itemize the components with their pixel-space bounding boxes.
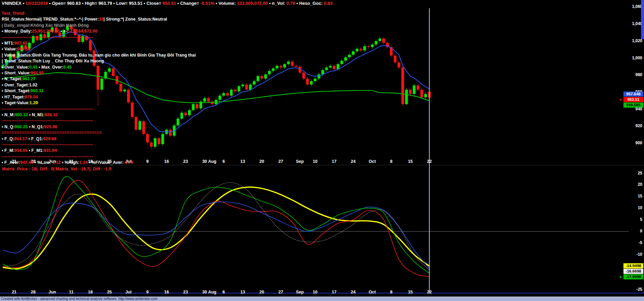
trend-info-segment: ----------------------------------------…: [2, 142, 93, 147]
trend-info-line: • Short_Value:964.95: [2, 70, 196, 76]
candle-body: [379, 38, 381, 41]
candle-body: [382, 38, 385, 43]
trend-info-segment: • Short_Taget:: [2, 88, 30, 93]
candle-body: [268, 71, 271, 74]
candle-body: [405, 90, 408, 104]
trend-info-segment: 925.86: [44, 124, 57, 129]
y-axis-label: 900: [635, 141, 642, 145]
x-axis-label: 13: [240, 159, 245, 164]
trend-info-line: • F_Q:954.17 • F_Q1:929.68: [2, 136, 196, 142]
x-axis-label: 16: [164, 290, 169, 294]
x-axis-label: 28: [31, 290, 36, 294]
trend-info-line: • Value:949.58: [2, 46, 196, 52]
quote-info-segment: • Open= 960.63 • High= 963.79 • Low= 953…: [48, 1, 163, 6]
oscillator-tag: -14.9498: [623, 263, 643, 268]
trend-info-line: ----------------------------------------…: [2, 142, 196, 148]
trend-info-segment: • N_M:: [2, 112, 15, 117]
trend-info-segment: 960.32: [30, 88, 44, 93]
candle-body: [394, 56, 396, 62]
trend-info-segment: • N_Q:: [2, 124, 15, 129]
candle-body: [363, 46, 366, 50]
price-tag: 953.51: [623, 97, 643, 102]
trend-info-segment: -1.12: [51, 160, 61, 165]
trend-info-segment: ========================================: [2, 130, 102, 135]
candle-body: [401, 68, 404, 104]
y-axis-label: -10: [636, 252, 642, 257]
candle-body: [314, 79, 317, 81]
trend-info-segment: 928.10: [45, 112, 58, 117]
trend-info-segment: 1.02: [29, 83, 37, 87]
candle-body: [337, 64, 339, 69]
x-axis-label: 10: [313, 159, 318, 164]
trend-info-line: | Daily_singal:Không Xác Nhận Hành Động: [2, 23, 196, 28]
y-axis-label: 920: [635, 123, 642, 128]
matrix-info-line: Matrix_Price :-18| Diff : 0| Matrix_Vol …: [2, 167, 111, 171]
trend-info-segment: • N_Taget:: [2, 76, 22, 81]
trend-info-segment: ----------------------------------------…: [2, 154, 93, 159]
x-axis-label: 17: [332, 290, 336, 294]
trend-info-segment: ----------------------------------------…: [2, 107, 93, 111]
y-axis-label: 20: [638, 182, 642, 187]
x-axis-label: Jul: [125, 290, 132, 294]
trend-info-segment: 950.25: [15, 124, 28, 129]
x-axis-label: 17: [332, 159, 336, 164]
candle-body: [203, 98, 206, 101]
trend-info-segment: • N_M1:: [28, 112, 45, 117]
candle-body: [257, 76, 259, 81]
candle-body: [310, 81, 313, 85]
quote-info-segment: • Heso_Goc:: [295, 1, 324, 6]
matrix-yellow-line: [3, 187, 429, 269]
x-axis-label: 24: [351, 290, 356, 294]
x-axis-label: 6: [222, 159, 225, 164]
trend-info-segment: RSI_Status:Normal| TREND_Status:*--*-| P…: [2, 17, 99, 22]
y-axis-label: 1,000: [632, 56, 642, 60]
y-axis-label: 1,040: [632, 21, 642, 26]
trend-info-segment: -21,164,672.00: [69, 29, 97, 34]
quote-info-segment: 133,005,072.00: [237, 1, 268, 6]
x-axis-label: 21: [12, 290, 16, 294]
trend-info-segment: 978.04: [25, 95, 38, 99]
trend-info-segment: 929.68: [43, 136, 56, 141]
trend-info-segment: • Over_Value:: [2, 65, 29, 70]
candle-body: [424, 94, 427, 97]
candle-body: [398, 62, 400, 68]
trend-info-line: • N_Q:950.25 • N_Q1:925.86: [2, 124, 196, 130]
quote-info-segment: -0.51%: [200, 1, 214, 6]
candle-body: [207, 98, 210, 101]
y-axis-label: -5: [639, 240, 642, 245]
trend-info-segment: ----------------------------------------…: [2, 118, 93, 123]
y-axis-label: 5: [640, 217, 642, 222]
x-axis-label: 30: [202, 290, 207, 294]
trend-info-line: • N_Taget:963.27: [2, 76, 196, 82]
candle-body: [291, 62, 294, 66]
scrollbar-thumb[interactable]: [641, 0, 644, 39]
trend-info-line: ----------------------------------------…: [2, 118, 196, 124]
quote-info-segment: 10/22/2018: [26, 1, 48, 6]
candle-body: [249, 85, 252, 90]
trend-info-line: • H7_Taget:978.04: [2, 94, 196, 100]
trend-info-line: • F_Aver:947.46 • %Low:-1.12 • %High:1.2…: [2, 160, 196, 166]
trend-info-segment: • %High:: [61, 160, 79, 165]
trend-info-segment: • Money_Daily:: [2, 29, 32, 34]
x-axis-label: 8: [390, 159, 393, 164]
trend-info-line: • Over_Value:0.41 • Max_Over:6.45: [2, 64, 196, 70]
candle-body: [196, 104, 198, 108]
trend-info-segment: • Taget-Value:: [2, 100, 29, 105]
candle-body: [280, 66, 282, 68]
candle-body: [371, 45, 374, 47]
x-axis-label: 15: [408, 159, 413, 164]
y-axis-label: 0: [640, 229, 642, 233]
x-axis-label: Oct: [369, 290, 376, 294]
y-axis-label: 980: [635, 72, 642, 77]
trend-info-segment: 954.05: [14, 148, 27, 153]
candle-body: [344, 57, 347, 61]
trend-info-segment: 32: [99, 17, 103, 22]
trend-info-segment: | Trend_Status:Tich Luy _ Cho Thay Đôi X…: [2, 59, 104, 63]
candle-body: [253, 81, 256, 85]
trend-info-line: ----------------------------------------…: [2, 35, 196, 40]
amibroker-window: VNINDEX • 10/22/2018 • Open= 960.63 • Hi…: [0, 0, 644, 301]
candle-body: [356, 49, 358, 51]
candle-body: [367, 46, 370, 47]
candle-body: [413, 85, 416, 94]
matrix-blue-line: [3, 202, 429, 268]
